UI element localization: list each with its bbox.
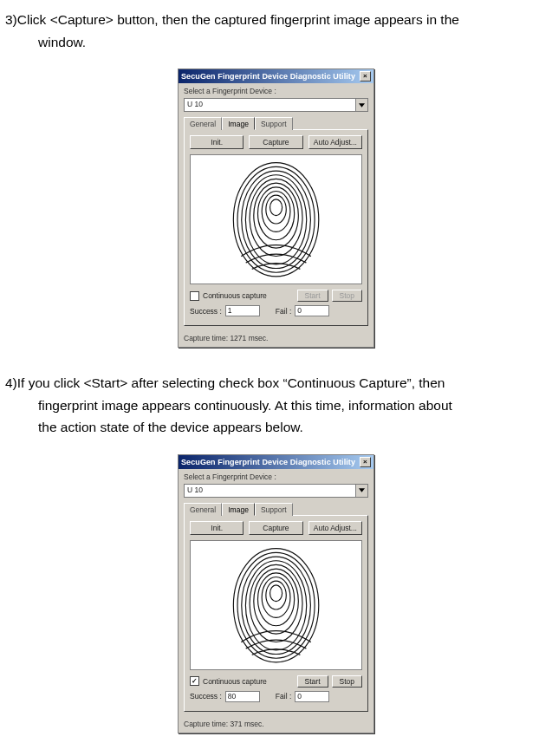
init-button[interactable]: Init. bbox=[190, 135, 244, 149]
continuous-capture-label: Continuous capture bbox=[203, 677, 267, 686]
tab-image[interactable]: Image bbox=[222, 117, 255, 130]
stop-button: Stop bbox=[332, 290, 363, 302]
fail-label: Fail : bbox=[276, 307, 291, 316]
tab-body: Init. Capture Auto Adjust... bbox=[184, 129, 368, 326]
close-icon[interactable]: × bbox=[360, 71, 371, 81]
svg-rect-15 bbox=[225, 544, 327, 667]
titlebar: SecuGen Fingerprint Device Diagnostic Ut… bbox=[179, 455, 373, 469]
chevron-down-icon[interactable] bbox=[355, 99, 367, 111]
tab-support[interactable]: Support bbox=[255, 503, 293, 516]
device-dropdown-value: U 10 bbox=[185, 99, 355, 111]
success-value: 1 bbox=[225, 305, 260, 316]
svg-marker-0 bbox=[359, 103, 365, 107]
device-dropdown[interactable]: U 10 bbox=[184, 98, 368, 112]
dialog-1: SecuGen Fingerprint Device Diagnostic Ut… bbox=[178, 68, 374, 348]
stop-button[interactable]: Stop bbox=[332, 675, 363, 688]
dialog-1-wrap: SecuGen Fingerprint Device Diagnostic Ut… bbox=[5, 68, 547, 348]
fail-label: Fail : bbox=[276, 692, 291, 701]
init-button[interactable]: Init. bbox=[190, 521, 244, 535]
capture-button[interactable]: Capture bbox=[249, 521, 302, 535]
select-device-label: Select a Fingerprint Device : bbox=[184, 472, 368, 481]
tabs: General Image Support bbox=[184, 116, 368, 129]
tab-general[interactable]: General bbox=[184, 503, 222, 516]
fingerprint-image bbox=[190, 154, 362, 284]
capture-time-footer: Capture time: 371 msec. bbox=[179, 717, 373, 733]
auto-adjust-button[interactable]: Auto Adjust... bbox=[308, 521, 362, 535]
step3-line2: window. bbox=[5, 31, 547, 54]
success-label: Success : bbox=[190, 307, 222, 316]
device-dropdown[interactable]: U 10 bbox=[184, 484, 368, 498]
dialog-2: SecuGen Fingerprint Device Diagnostic Ut… bbox=[178, 454, 374, 733]
svg-rect-2 bbox=[225, 159, 327, 281]
step3-line1: 3)Click <Capture> button, then the captu… bbox=[5, 9, 547, 31]
instruction-step-3: 3)Click <Capture> button, then the captu… bbox=[5, 9, 547, 53]
chevron-down-icon[interactable] bbox=[355, 485, 367, 497]
window-title: SecuGen Fingerprint Device Diagnostic Ut… bbox=[181, 72, 355, 81]
start-button: Start bbox=[297, 290, 328, 302]
svg-marker-13 bbox=[359, 489, 365, 492]
fail-value: 0 bbox=[295, 305, 329, 316]
fail-value: 0 bbox=[295, 691, 329, 702]
tab-image[interactable]: Image bbox=[222, 503, 255, 516]
step4-line3: the action state of the device appears b… bbox=[5, 416, 547, 439]
step4-line2: fingerprint image appears continuously. … bbox=[5, 394, 547, 417]
window-title: SecuGen Fingerprint Device Diagnostic Ut… bbox=[181, 458, 355, 466]
continuous-capture-checkbox[interactable] bbox=[190, 676, 199, 686]
step4-line1: 4)If you click <Start> after selecting c… bbox=[5, 372, 547, 394]
tabs: General Image Support bbox=[184, 502, 368, 515]
instruction-step-4: 4)If you click <Start> after selecting c… bbox=[5, 372, 547, 439]
tab-general[interactable]: General bbox=[184, 117, 222, 130]
dialog-2-wrap: SecuGen Fingerprint Device Diagnostic Ut… bbox=[5, 454, 547, 733]
success-value: 80 bbox=[225, 691, 260, 702]
fingerprint-image bbox=[190, 540, 362, 670]
select-device-label: Select a Fingerprint Device : bbox=[184, 87, 368, 95]
tab-support[interactable]: Support bbox=[255, 117, 293, 130]
close-icon[interactable]: × bbox=[360, 457, 371, 467]
success-label: Success : bbox=[190, 692, 222, 701]
capture-button[interactable]: Capture bbox=[249, 135, 302, 149]
continuous-capture-checkbox[interactable] bbox=[190, 291, 199, 301]
continuous-capture-label: Continuous capture bbox=[203, 291, 267, 300]
device-dropdown-value: U 10 bbox=[185, 485, 355, 497]
start-button[interactable]: Start bbox=[297, 675, 328, 688]
capture-time-footer: Capture time: 1271 msec. bbox=[179, 331, 373, 347]
auto-adjust-button[interactable]: Auto Adjust... bbox=[308, 135, 362, 149]
titlebar: SecuGen Fingerprint Device Diagnostic Ut… bbox=[179, 69, 373, 83]
tab-body: Init. Capture Auto Adjust... bbox=[184, 515, 368, 712]
